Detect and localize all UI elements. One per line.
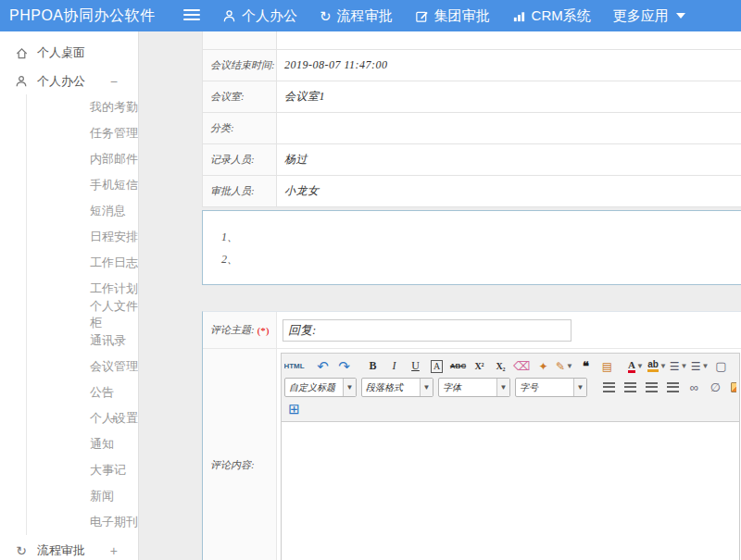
bold-button[interactable]: B bbox=[363, 357, 383, 376]
align-left-button[interactable] bbox=[599, 379, 619, 397]
chevron-down-icon: ▼ bbox=[701, 362, 709, 370]
collapse-icon[interactable]: − bbox=[110, 74, 118, 89]
main-content: 会议结束时间:2019-08-07 11:47:00会议室:会议室1分类:记录人… bbox=[139, 31, 741, 560]
blockquote-button[interactable]: ❝ bbox=[576, 357, 596, 376]
chevron-down-icon[interactable]: ▼ bbox=[496, 379, 509, 396]
sidebar-item-14[interactable]: 个人设置+ bbox=[26, 405, 138, 431]
meeting-detail-table: 会议结束时间:2019-08-07 11:47:00会议室:会议室1分类:记录人… bbox=[202, 31, 741, 207]
menu-toggle-icon[interactable] bbox=[183, 9, 200, 22]
font-color-button[interactable]: A▼ bbox=[626, 357, 646, 376]
sidebar-item-label: 流程审批 bbox=[37, 542, 85, 559]
clear-format-button[interactable]: ✦ bbox=[534, 357, 553, 376]
comment-subject-input[interactable] bbox=[283, 319, 571, 342]
sidebar-item-label: 电子期刊 bbox=[90, 514, 138, 530]
sidebar-item-label: 通讯录 bbox=[90, 332, 126, 349]
row-label: 会议室: bbox=[203, 81, 277, 112]
sidebar-item-13[interactable]: 公告 bbox=[26, 380, 138, 405]
sidebar-item-18[interactable]: 电子期刊 bbox=[26, 509, 138, 535]
nav-personal-office[interactable]: 个人办公 bbox=[222, 7, 297, 25]
highlight-color-button[interactable]: ab▼ bbox=[647, 357, 667, 376]
unlink-button[interactable]: ∅ bbox=[706, 379, 725, 397]
font-size-select[interactable]: 字号▼ bbox=[515, 378, 587, 397]
chart-icon bbox=[512, 9, 526, 23]
paint-format-button[interactable]: ✎▼ bbox=[555, 357, 574, 376]
sidebar-item-11[interactable]: 通讯录 bbox=[26, 328, 138, 354]
nav-more-apps[interactable]: 更多应用 bbox=[613, 7, 685, 25]
comment-subject-row: 评论主题: (*) bbox=[203, 312, 741, 349]
italic-button[interactable]: I bbox=[384, 357, 404, 376]
align-justify-button[interactable] bbox=[663, 379, 683, 397]
link-button[interactable]: ∞ bbox=[684, 379, 704, 397]
sidebar-item-7[interactable]: 日程安排 bbox=[26, 224, 138, 250]
sidebar-item-3[interactable]: 任务管理 bbox=[26, 120, 138, 146]
top-nav: 个人办公 ↻ 流程审批 集团审批 CRM系统 更多应用 bbox=[222, 0, 685, 31]
chevron-down-icon: ▼ bbox=[659, 362, 667, 370]
underline-button[interactable]: U bbox=[406, 357, 425, 376]
user-icon bbox=[13, 75, 30, 88]
expand-icon[interactable]: + bbox=[110, 543, 118, 558]
sidebar-item-label: 日程安排 bbox=[90, 229, 138, 245]
required-mark: (*) bbox=[257, 325, 270, 336]
top-bar: PHPOA协同办公软件 个人办公 ↻ 流程审批 集团审批 bbox=[0, 0, 741, 31]
editor-content-area[interactable] bbox=[282, 422, 739, 560]
table-row: 记录人员:杨过 bbox=[203, 144, 741, 176]
paragraph-format-select[interactable]: 段落格式▼ bbox=[361, 378, 433, 397]
subscript-button[interactable]: X₂ bbox=[491, 357, 510, 376]
expand-icon[interactable]: + bbox=[110, 411, 118, 426]
sidebar-item-0[interactable]: 个人桌面 bbox=[0, 40, 138, 66]
align-center-button[interactable] bbox=[621, 379, 640, 397]
sidebar-item-4[interactable]: 内部邮件 bbox=[26, 146, 138, 172]
ordered-list-button[interactable]: ☰▼ bbox=[669, 357, 688, 376]
insert-table-button[interactable]: ⊞ bbox=[284, 400, 304, 418]
redo-button[interactable]: ↷ bbox=[334, 357, 354, 376]
superscript-button[interactable]: X² bbox=[470, 357, 489, 376]
row-label bbox=[203, 31, 277, 49]
sidebar-item-5[interactable]: 手机短信 bbox=[26, 172, 138, 198]
sidebar-item-10[interactable]: 个人文件柜 bbox=[26, 302, 138, 328]
chevron-down-icon[interactable]: ▼ bbox=[573, 379, 586, 396]
sidebar-item-label: 我的考勤 bbox=[90, 99, 138, 116]
align-right-button[interactable] bbox=[642, 379, 661, 397]
nav-group-approval[interactable]: 集团审批 bbox=[415, 7, 490, 25]
caret-down-icon bbox=[676, 13, 685, 19]
unordered-list-button[interactable]: ☰▼ bbox=[690, 357, 710, 376]
row-label: 分类: bbox=[203, 113, 277, 143]
font-family-select[interactable]: 字体▼ bbox=[438, 378, 510, 397]
table-row: 分类: bbox=[203, 113, 741, 144]
sidebar-item-19[interactable]: ↻流程审批+ bbox=[0, 538, 138, 560]
row-value bbox=[277, 31, 741, 49]
sidebar-item-8[interactable]: 工作日志 bbox=[26, 250, 138, 276]
strikethrough-button[interactable]: ABC bbox=[448, 357, 468, 376]
sidebar-item-15[interactable]: 通知 bbox=[26, 431, 138, 457]
note-line: 2、 bbox=[221, 248, 741, 270]
sidebar-item-12[interactable]: 会议管理 bbox=[26, 354, 138, 380]
new-page-button[interactable]: ▢ bbox=[711, 357, 731, 376]
chevron-down-icon[interactable]: ▼ bbox=[420, 379, 433, 396]
comment-subject-label: 评论主题: (*) bbox=[203, 312, 277, 348]
row-label: 记录人员: bbox=[203, 144, 277, 175]
sidebar-item-6[interactable]: 短消息 bbox=[26, 198, 138, 224]
home-icon bbox=[13, 46, 30, 60]
image-button[interactable] bbox=[727, 379, 736, 397]
chevron-down-icon[interactable]: ▼ bbox=[343, 379, 356, 396]
eraser-button[interactable]: ⌫ bbox=[512, 357, 532, 376]
sidebar-item-label: 手机短信 bbox=[90, 177, 138, 193]
nav-workflow-approval[interactable]: ↻ 流程审批 bbox=[320, 7, 393, 25]
row-value: 2019-08-07 11:47:00 bbox=[277, 50, 741, 81]
row-value: 会议室1 bbox=[277, 81, 741, 112]
custom-heading-select[interactable]: 自定义标题▼ bbox=[284, 378, 357, 397]
html-source-button[interactable]: HTML bbox=[284, 357, 304, 376]
undo-button[interactable]: ↶ bbox=[313, 357, 333, 376]
sidebar-item-16[interactable]: 大事记 bbox=[26, 457, 138, 483]
sidebar-item-2[interactable]: 我的考勤 bbox=[26, 94, 138, 120]
app-title: PHPOA协同办公软件 bbox=[9, 0, 156, 31]
comment-form: 评论主题: (*) 评论内容: HTML↶↷BIUAABCX²X₂⌫✦✎▼❝▤A… bbox=[202, 311, 741, 560]
sidebar-item-17[interactable]: 新闻 bbox=[26, 483, 138, 509]
sidebar-item-1[interactable]: 个人办公− bbox=[0, 68, 138, 94]
app-root: PHPOA协同办公软件 个人办公 ↻ 流程审批 集团审批 bbox=[0, 0, 741, 560]
row-value: 杨过 bbox=[277, 144, 741, 175]
nav-crm-system[interactable]: CRM系统 bbox=[512, 7, 591, 25]
sidebar-item-label: 个人文件柜 bbox=[90, 298, 138, 331]
paste-text-button[interactable]: ▤ bbox=[597, 357, 617, 376]
char-border-button[interactable]: A bbox=[427, 357, 446, 376]
